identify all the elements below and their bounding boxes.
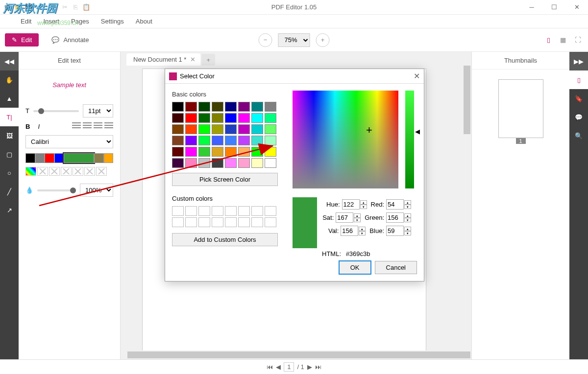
basic-color-swatch[interactable] [185,113,197,123]
bold-button[interactable]: B [25,123,30,130]
text-color-swatch[interactable] [54,153,64,163]
save-icon[interactable]: 💾 [24,3,33,12]
fontsize-slider[interactable] [33,110,79,112]
text-color-swatch[interactable] [35,153,45,163]
custom-color-swatch[interactable] [212,206,223,216]
custom-color-swatch[interactable] [238,217,250,227]
basic-color-swatch[interactable] [172,124,184,134]
rect-tool-icon[interactable]: ▢ [0,145,19,164]
zoom-in-button[interactable]: + [316,33,330,47]
empty-swatch[interactable] [37,167,48,176]
dialog-titlebar[interactable]: Select Color ✕ [165,69,424,84]
basic-color-swatch[interactable] [198,158,210,168]
hue-down[interactable]: ▾ [360,205,367,209]
val-input[interactable] [341,226,358,236]
select-tool-icon[interactable]: ▲ [0,89,19,108]
menu-insert[interactable]: Insert [37,16,65,27]
basic-color-swatch[interactable] [198,102,210,112]
dialog-close-icon[interactable]: ✕ [414,71,420,81]
blue-down[interactable]: ▾ [404,231,411,235]
close-tab-icon[interactable]: ✕ [190,56,196,63]
basic-color-swatch[interactable] [198,147,210,157]
custom-color-swatch[interactable] [225,206,237,216]
red-down[interactable]: ▾ [404,205,411,209]
collapse-right-icon[interactable]: ▶▶ [569,52,588,70]
circle-tool-icon[interactable]: ○ [0,164,19,182]
custom-color-swatch[interactable] [185,217,197,227]
align-left-icon[interactable] [72,122,81,130]
basic-color-swatch[interactable] [212,113,223,123]
menu-settings[interactable]: Settings [95,16,130,27]
menu-edit[interactable]: Edit [15,16,37,27]
thumbnails-icon[interactable]: ▯ [569,70,588,89]
basic-color-swatch[interactable] [212,147,223,157]
menu-about[interactable]: About [130,16,158,27]
red-up[interactable]: ▴ [404,200,411,205]
new-tab-button[interactable]: + [201,54,215,66]
align-center-icon[interactable] [83,122,92,130]
hue-input[interactable] [342,199,360,210]
sat-down[interactable]: ▾ [354,218,361,222]
basic-color-swatch[interactable] [212,136,223,145]
redo-icon[interactable]: ↷ [46,3,55,12]
custom-color-swatch[interactable] [265,206,276,216]
basic-color-swatch[interactable] [185,158,197,168]
custom-color-swatch[interactable] [172,206,184,216]
basic-color-swatch[interactable] [251,124,263,134]
zoom-select[interactable]: 75% [278,33,310,47]
text-tool-icon[interactable]: T| [0,108,19,126]
zoom-out-button[interactable]: − [259,33,272,47]
basic-color-swatch[interactable] [238,136,250,145]
basic-color-swatch[interactable] [198,136,210,145]
basic-color-swatch[interactable] [265,136,276,145]
custom-color-swatch[interactable] [251,217,263,227]
ok-button[interactable]: OK [339,261,371,274]
basic-color-swatch[interactable] [251,102,263,112]
empty-swatch[interactable] [61,167,72,176]
opacity-select[interactable]: 100% [80,184,113,197]
basic-color-swatch[interactable] [238,158,250,168]
empty-swatch[interactable] [49,167,60,176]
basic-color-swatch[interactable] [251,158,263,168]
doc-tab[interactable]: New Document 1 * ✕ [126,53,200,66]
basic-color-swatch[interactable] [265,102,276,112]
hand-tool-icon[interactable]: ✋ [0,70,19,89]
text-color-swatch[interactable] [64,153,94,163]
cancel-button[interactable]: Cancel [375,261,417,274]
page-input[interactable]: 1 [284,362,294,372]
copy-icon[interactable]: ⎘ [71,3,80,12]
basic-color-swatch[interactable] [251,113,263,123]
basic-color-swatch[interactable] [185,147,197,157]
basic-color-swatch[interactable] [172,136,184,145]
comments-icon[interactable]: 💬 [569,108,588,126]
horizontal-scrollbar[interactable] [121,351,463,359]
basic-color-swatch[interactable] [225,136,237,145]
maximize-button[interactable]: ☐ [543,0,565,15]
custom-color-swatch[interactable] [225,217,237,227]
empty-swatch[interactable] [73,167,83,176]
text-color-swatch[interactable] [45,153,54,163]
basic-color-swatch[interactable] [172,147,184,157]
open-icon[interactable]: 📁 [14,3,23,12]
basic-color-swatch[interactable] [251,147,263,157]
new-doc-icon[interactable]: ▦ [3,3,12,12]
text-color-swatch[interactable] [94,153,104,163]
custom-color-swatch[interactable] [198,217,210,227]
align-justify-icon[interactable] [104,122,113,130]
basic-color-swatch[interactable] [212,102,223,112]
basic-color-swatch[interactable] [172,113,184,123]
text-color-swatch[interactable] [25,153,35,163]
minimize-button[interactable]: ─ [520,0,543,15]
pick-screen-color-button[interactable]: Pick Screen Color [172,173,278,186]
empty-swatch[interactable] [96,167,107,176]
basic-color-swatch[interactable] [225,158,237,168]
blue-input[interactable] [386,226,404,236]
arrow-tool-icon[interactable]: ↗ [0,201,19,219]
custom-color-swatch[interactable] [238,206,250,216]
next-page-icon[interactable]: ▶ [307,363,312,371]
text-color-swatch[interactable] [104,153,114,163]
basic-color-swatch[interactable] [225,102,237,112]
first-page-icon[interactable]: ⏮ [267,363,273,371]
basic-color-swatch[interactable] [238,147,250,157]
val-down[interactable]: ▾ [359,231,366,235]
